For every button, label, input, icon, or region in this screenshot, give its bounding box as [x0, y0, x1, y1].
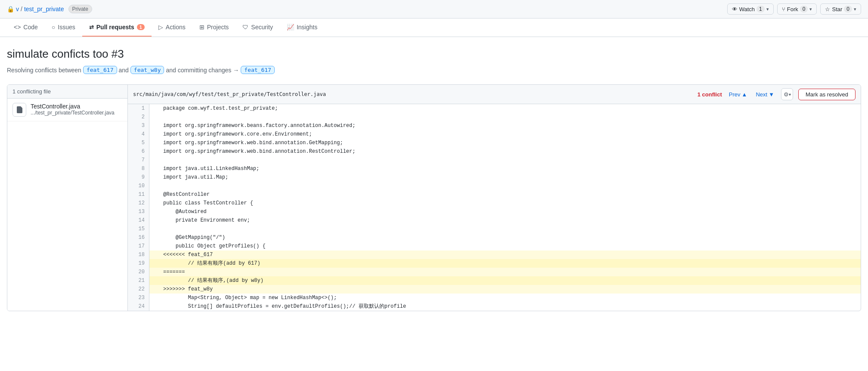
tab-projects-label: Projects: [207, 24, 229, 31]
line-number: 19: [128, 259, 149, 268]
next-chevron-icon: ▼: [769, 91, 774, 98]
prev-button[interactable]: Prev ▲: [727, 90, 749, 99]
settings-button[interactable]: ⚙ ▾: [781, 88, 793, 100]
line-number: 23: [128, 294, 149, 302]
arrow-icon: →: [233, 67, 239, 74]
security-icon: 🛡: [242, 24, 248, 31]
line-marker: [149, 190, 158, 199]
line-code: @Autowired: [158, 207, 861, 216]
table-row: 16 @GetMapping("/"): [128, 233, 861, 242]
line-marker: [149, 121, 158, 130]
table-row: 17 public Object getProfiles() {: [128, 242, 861, 250]
committing-text: and committing changes: [166, 67, 231, 74]
branch-target-tag[interactable]: feat_617: [241, 66, 275, 74]
line-number: 2: [128, 113, 149, 121]
line-number: 7: [128, 156, 149, 164]
prev-chevron-icon: ▲: [742, 91, 747, 98]
line-marker: [149, 268, 158, 276]
line-code: // 结果有顺序,(add by w8y): [158, 276, 861, 285]
tab-security[interactable]: 🛡 Security: [236, 19, 280, 37]
star-button[interactable]: ☆ Star 0 ▾: [820, 3, 861, 15]
watch-count: 1: [756, 6, 765, 12]
line-number: 11: [128, 190, 149, 199]
line-code: public class TestController {: [158, 199, 861, 207]
line-code: @RestController: [158, 190, 861, 199]
line-marker: [149, 173, 158, 182]
file-path: .../test_pr_private/TestController.java: [31, 110, 122, 116]
code-panel: src/main/java/com/wyf/test/test_pr_priva…: [128, 85, 861, 311]
next-button[interactable]: Next ▼: [754, 90, 776, 99]
line-code: // 结果有顺序(add by 617): [158, 259, 861, 268]
line-code: [158, 113, 861, 121]
line-number: 17: [128, 242, 149, 250]
table-row: 7: [128, 156, 861, 164]
table-row: 2: [128, 113, 861, 121]
line-marker: [149, 294, 158, 302]
table-row: 23 Map<String, Object> map = new LinkedH…: [128, 294, 861, 302]
line-marker: [149, 225, 158, 233]
tab-pr-label: Pull requests: [96, 24, 134, 31]
tab-projects[interactable]: ⊞ Projects: [192, 19, 236, 37]
line-marker: [149, 276, 158, 285]
star-dropdown-icon[interactable]: ▾: [854, 6, 856, 12]
line-code: import org.springframework.web.bind.anno…: [158, 139, 861, 147]
line-number: 5: [128, 139, 149, 147]
table-row: 14 private Environment env;: [128, 216, 861, 225]
line-code: [158, 156, 861, 164]
tab-insights[interactable]: 📈 Insights: [280, 19, 324, 37]
line-marker: [149, 156, 158, 164]
table-row: 13 @Autowired: [128, 207, 861, 216]
table-row: 24 String[] defaultProfiles = env.getDef…: [128, 302, 861, 311]
file-sidebar: 1 conflicting file TestController.java .…: [7, 85, 128, 311]
username-link[interactable]: v: [16, 6, 19, 12]
issues-icon: ○: [52, 24, 55, 31]
line-marker: [149, 113, 158, 121]
line-number: 4: [128, 130, 149, 139]
top-bar-actions: 👁 Watch 1 ▾ ⑂ Fork 0 ▾ ☆ Star 0 ▾: [727, 3, 861, 15]
star-label: Star: [832, 6, 842, 12]
actions-icon: ▷: [158, 24, 163, 31]
tab-insights-label: Insights: [297, 24, 317, 31]
table-row: 3import org.springframework.beans.factor…: [128, 121, 861, 130]
fork-count: 0: [800, 6, 808, 12]
line-marker: [149, 242, 158, 250]
branch-from-tag[interactable]: feat_617: [83, 66, 117, 74]
table-row: 21 // 结果有顺序,(add by w8y): [128, 276, 861, 285]
file-path-header: src/main/java/com/wyf/test/test_pr_priva…: [133, 91, 326, 97]
line-marker: [149, 182, 158, 190]
private-badge: Private: [68, 5, 92, 13]
fork-button[interactable]: ⑂ Fork 0 ▾: [777, 3, 817, 15]
branch-to-tag[interactable]: feat_w8y: [130, 66, 164, 74]
watch-dropdown-icon[interactable]: ▾: [766, 6, 769, 12]
line-code: private Environment env;: [158, 216, 861, 225]
repo-link[interactable]: test_pr_private: [24, 6, 64, 12]
tab-pull-requests[interactable]: ⇄ Pull requests 1: [82, 19, 152, 37]
watch-button[interactable]: 👁 Watch 1 ▾: [727, 3, 774, 15]
code-icon: <>: [14, 24, 21, 31]
mark-resolved-button[interactable]: Mark as resolved: [798, 89, 856, 100]
line-number: 12: [128, 199, 149, 207]
code-content[interactable]: 1package com.wyf.test.test_pr_private;23…: [128, 104, 861, 311]
tab-code[interactable]: <> Code: [7, 19, 45, 37]
tab-security-label: Security: [251, 24, 273, 31]
table-row: 9import java.util.Map;: [128, 173, 861, 182]
tab-actions[interactable]: ▷ Actions: [152, 19, 192, 37]
line-marker: [149, 104, 158, 113]
line-marker: [149, 164, 158, 173]
tab-issues[interactable]: ○ Issues: [45, 19, 82, 37]
resolving-text: Resolving conflicts: [7, 67, 57, 74]
settings-icon: ⚙: [784, 91, 789, 98]
line-number: 8: [128, 164, 149, 173]
table-row: 6import org.springframework.web.bind.ann…: [128, 147, 861, 156]
conflict-count: 1 conflict: [698, 91, 722, 98]
repo-path: 🔒 v / test_pr_private Private: [7, 5, 92, 13]
fork-dropdown-icon[interactable]: ▾: [809, 6, 812, 12]
line-code: Map<String, Object> map = new LinkedHash…: [158, 294, 861, 302]
line-code: [158, 225, 861, 233]
top-bar: 🔒 v / test_pr_private Private 👁 Watch 1 …: [0, 0, 868, 19]
line-number: 10: [128, 182, 149, 190]
line-marker: [149, 130, 158, 139]
line-number: 20: [128, 268, 149, 276]
file-item[interactable]: TestController.java .../test_pr_private/…: [7, 99, 127, 121]
table-row: 11@RestController: [128, 190, 861, 199]
